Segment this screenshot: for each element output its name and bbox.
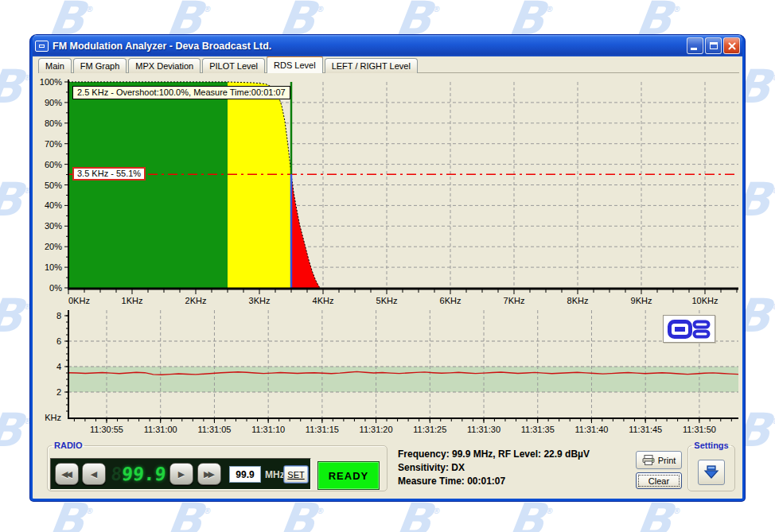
settings-group: Settings [687, 441, 735, 491]
seek-up-button[interactable]: ▶▶ [197, 463, 221, 485]
svg-text:90%: 90% [45, 98, 62, 107]
step-up-icon: ▶ [178, 469, 185, 480]
svg-text:5KHz: 5KHz [376, 296, 398, 305]
status-frequency-line: Frequency: 99.9 MHz, RF Level: 22.9 dBµV [398, 448, 590, 461]
settings-group-label: Settings [691, 441, 730, 450]
tuner-panel: ◀◀ ◀ 899.9 ▶ ▶▶ MHz SET [50, 458, 311, 490]
deva-b-watermark: B® [393, 497, 442, 532]
app-window: 0%10%20%30%40%50%60%70%80%90%100%0KHz1KH… [30, 35, 745, 501]
svg-text:2KHz: 2KHz [185, 296, 207, 305]
window-title: FM Modulation Analyzer - Deva Broadcast … [53, 41, 687, 52]
svg-text:9KHz: 9KHz [631, 296, 652, 305]
minimize-icon [691, 48, 697, 50]
deva-b-watermark: B® [0, 407, 33, 453]
close-button[interactable] [723, 37, 740, 54]
svg-text:30%: 30% [45, 221, 62, 231]
radio-group: RADIO ◀◀ ◀ 899.9 ▶ ▶▶ MHz SET READY [47, 441, 388, 491]
rds-spectrum-chart[interactable] [68, 82, 738, 288]
printer-icon [642, 455, 655, 465]
settings-button[interactable] [698, 460, 725, 485]
svg-text:10%: 10% [45, 262, 62, 272]
radio-group-label: RADIO [52, 441, 84, 450]
status-ready-indicator: READY [317, 461, 380, 490]
svg-text:4: 4 [56, 362, 61, 371]
titlebar[interactable]: FM Modulation Analyzer - Deva Broadcast … [30, 35, 745, 56]
svg-text:6: 6 [56, 336, 61, 346]
annotation-threshold: 3.5 KHz - 55.1% [72, 167, 146, 181]
print-button[interactable]: Print [636, 451, 682, 469]
svg-text:50%: 50% [45, 181, 62, 190]
seek-down-button[interactable]: ◀◀ [55, 463, 79, 485]
deva-b-watermark: B® [46, 497, 95, 532]
tab-strip: MainFM GraphMPX DeviationPILOT LevelRDS … [38, 56, 739, 73]
set-button[interactable]: SET [283, 465, 309, 483]
svg-text:0%: 0% [49, 283, 62, 293]
blue-down-arrow-icon [703, 465, 719, 480]
svg-text:11:31:30: 11:31:30 [467, 425, 500, 434]
deva-b-watermark: B® [633, 497, 683, 532]
svg-text:11:31:10: 11:31:10 [251, 425, 285, 434]
annotation-overshoot: 2.5 KHz - Overshoot:100.0%, Measure Time… [72, 86, 290, 99]
frequency-unit-label: MHz [265, 469, 285, 480]
svg-text:11:31:05: 11:31:05 [197, 425, 231, 434]
tab-mpx-deviation[interactable]: MPX Deviation [128, 58, 201, 73]
maximize-button[interactable] [705, 37, 722, 54]
measurement-status: Frequency: 99.9 MHz, RF Level: 22.9 dBµV… [398, 448, 590, 488]
svg-text:60%: 60% [45, 160, 62, 169]
deva-b-watermark: B® [0, 64, 33, 110]
deva-b-watermark: B® [506, 497, 555, 532]
svg-text:11:31:50: 11:31:50 [683, 425, 716, 434]
db-logo-icon [668, 320, 711, 339]
app-icon [35, 41, 49, 52]
step-down-button[interactable]: ◀ [82, 463, 106, 485]
svg-text:11:30:55: 11:30:55 [90, 425, 123, 434]
seek-up-icon: ▶▶ [204, 469, 212, 480]
step-up-button[interactable]: ▶ [169, 463, 193, 485]
svg-text:0KHz: 0KHz [68, 296, 90, 305]
svg-text:KHz: KHz [45, 413, 61, 422]
svg-text:11:31:45: 11:31:45 [629, 425, 662, 434]
svg-text:4KHz: 4KHz [313, 296, 334, 305]
tab-left-right-level[interactable]: LEFT / RIGHT Level [325, 58, 418, 73]
svg-text:11:31:35: 11:31:35 [521, 425, 555, 434]
svg-text:80%: 80% [45, 118, 62, 128]
svg-text:11:31:15: 11:31:15 [306, 425, 339, 434]
svg-text:11:31:40: 11:31:40 [574, 425, 608, 434]
deva-b-watermark: B® [164, 497, 213, 532]
svg-text:1KHz: 1KHz [122, 296, 143, 305]
seek-down-icon: ◀◀ [61, 469, 70, 480]
maximize-icon [710, 42, 718, 49]
svg-text:11:31:25: 11:31:25 [413, 425, 446, 434]
tab-main[interactable]: Main [38, 58, 72, 73]
deva-db-logo [663, 315, 715, 343]
svg-text:40%: 40% [45, 200, 62, 210]
svg-text:20%: 20% [45, 242, 62, 251]
deviation-history-chart[interactable] [68, 310, 738, 417]
tab-pilot-level[interactable]: PILOT Level [202, 58, 265, 73]
svg-text:8: 8 [56, 311, 61, 320]
svg-text:10KHz: 10KHz [691, 296, 718, 305]
svg-text:8KHz: 8KHz [567, 296, 589, 305]
clear-button[interactable]: Clear [636, 472, 682, 489]
svg-text:2: 2 [56, 387, 61, 397]
svg-text:3KHz: 3KHz [249, 296, 271, 305]
svg-text:7KHz: 7KHz [504, 296, 525, 305]
deva-b-watermark: B® [277, 497, 326, 532]
frequency-led-display: 899.9 [109, 463, 168, 485]
deva-b-watermark: B® [0, 177, 33, 223]
svg-text:6KHz: 6KHz [440, 296, 461, 305]
svg-text:11:31:00: 11:31:00 [144, 425, 177, 434]
deva-b-watermark: B® [0, 293, 33, 339]
svg-text:100%: 100% [40, 77, 62, 87]
svg-text:11:31:20: 11:31:20 [360, 425, 393, 434]
status-sensitivity-line: Sensitivity: DX [398, 461, 590, 475]
status-measure-time-line: Measure Time: 00:01:07 [398, 475, 590, 488]
tab-rds-level[interactable]: RDS Level [267, 55, 323, 73]
minimize-button[interactable] [687, 37, 703, 54]
step-down-icon: ◀ [91, 469, 97, 480]
tab-fm-graph[interactable]: FM Graph [73, 58, 127, 73]
svg-text:70%: 70% [45, 139, 62, 149]
frequency-input[interactable] [229, 466, 261, 483]
